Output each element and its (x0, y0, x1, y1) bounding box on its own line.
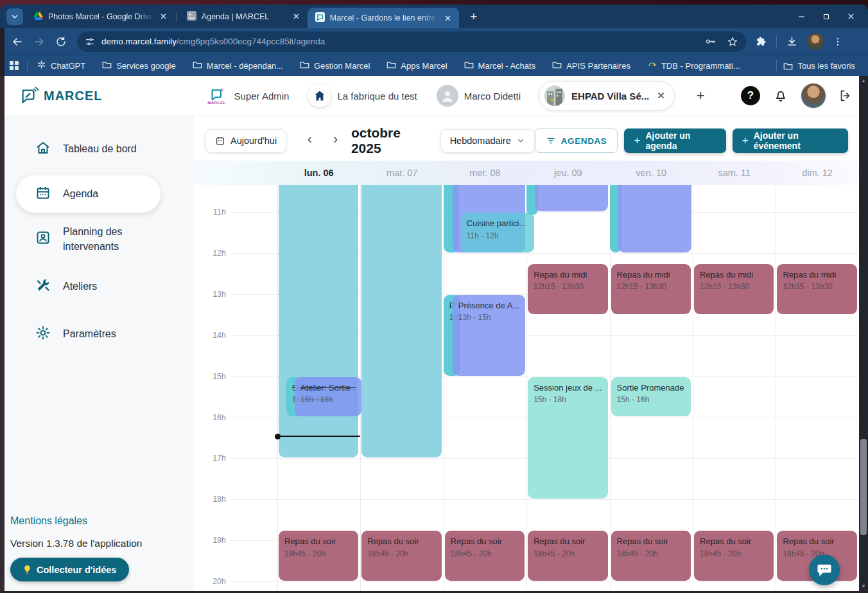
next-week-button[interactable] (327, 135, 345, 147)
legal-link[interactable]: Mentions légales (10, 515, 142, 527)
sidebar-item-ateliers[interactable]: Ateliers (0, 263, 194, 310)
profile-avatar[interactable] (801, 84, 826, 108)
page-scrollbar[interactable]: ▲ ▼ (859, 76, 868, 591)
prev-week-button[interactable] (300, 135, 318, 147)
tab-close-icon[interactable]: ✕ (291, 12, 301, 21)
calendar-event-repas-du-soir[interactable]: Repas du soir18h45 - 20h (528, 531, 607, 581)
calendar-event[interactable] (361, 185, 441, 457)
day-header-1[interactable]: lun. 06 (277, 161, 360, 185)
calendar-event-repas-du-midi[interactable]: Repas du midi12h15 - 13h30 (528, 264, 607, 314)
chat-fab-button[interactable] (809, 554, 840, 585)
address-bar[interactable]: demo.marcel.family/cmg6pq5ks000ecg744pcc… (77, 31, 746, 52)
user-switcher[interactable]: Marco Didetti (437, 85, 521, 107)
chevron-down-icon (516, 136, 525, 145)
scroll-down-arrow[interactable]: ▼ (860, 583, 867, 590)
browser-menu-icon[interactable] (833, 37, 843, 47)
calendar-event-repas-du-soir[interactable]: Repas du soir18h45 - 20h (694, 531, 774, 581)
marcel-logo[interactable]: MARCEL (19, 86, 103, 105)
day-header-7[interactable]: dim. 12 (776, 161, 858, 185)
calendar-event-cuisine-partici[interactable]: Cuisine partici...11h - 12h (461, 213, 534, 252)
bookmark-item-6[interactable]: Marcel - Achats (464, 60, 536, 71)
password-key-icon[interactable] (704, 35, 716, 48)
browser-profile-avatar[interactable] (807, 33, 824, 50)
tab-separator (177, 12, 177, 22)
browser-tab-2[interactable]: Agenda | MARCEL✕ (179, 7, 308, 26)
calendar-event[interactable] (618, 185, 691, 252)
bookmark-item-5[interactable]: Apps Marcel (386, 60, 447, 71)
calendar-event[interactable] (535, 185, 608, 211)
day-header-2[interactable]: mar. 07 (360, 161, 443, 185)
sidebar-item-planning-des-intervenants[interactable]: Planning des intervenants (0, 215, 194, 263)
org-selected-pill[interactable]: EHPAD Villa Sé... ✕ (539, 81, 675, 111)
calendar-event-pr-sence-de-a[interactable]: Présence de A...13h - 15h (453, 295, 525, 376)
role-switcher[interactable]: MARCEL Super Admin (205, 87, 290, 105)
family-switcher[interactable]: La fabrique du test (308, 84, 417, 107)
calendar-event-sortie-promenade[interactable]: Sortie Promenade15h - 16h (611, 377, 691, 417)
view-select[interactable]: Hebdomadaire (440, 129, 535, 153)
reload-button[interactable] (50, 31, 72, 53)
bookmark-all-favorites[interactable]: Tous les favoris (783, 61, 855, 71)
bookmark-item-3[interactable]: Marcel - dépendan... (193, 60, 283, 71)
calendar-event-atelier-sortie[interactable]: Atelier: Sortie ...15h - 16h (295, 377, 361, 417)
bookmark-item-2[interactable]: Services google (102, 60, 176, 71)
logout-icon[interactable] (838, 89, 853, 103)
tab-search-button[interactable] (6, 8, 23, 25)
bookmark-item-8[interactable]: TDB - Programmati... (647, 60, 740, 71)
add-event-button[interactable]: +Ajouter un événement (733, 128, 848, 153)
idea-collector-button[interactable]: Collecteur d'idées (10, 558, 129, 581)
browser-tab-1[interactable]: Photos Marcel - Google Drive✕ (26, 7, 175, 26)
tab-title: Agenda | MARCEL (202, 12, 286, 21)
agendas-filter-button[interactable]: AGENDAS (535, 128, 618, 153)
calendar-event-session-jeux-de[interactable]: Session jeux de ...15h - 18h (528, 377, 607, 499)
tab-close-icon[interactable]: ✕ (443, 13, 453, 23)
maximize-button[interactable] (822, 13, 830, 21)
today-button[interactable]: Aujourd'hui (205, 129, 286, 153)
day-header-4[interactable]: jeu. 09 (526, 161, 609, 185)
bookmark-label: Marcel - Achats (478, 61, 536, 71)
downloads-icon[interactable] (786, 35, 798, 48)
back-button[interactable] (6, 31, 28, 53)
new-tab-button[interactable]: + (465, 10, 482, 24)
sidebar-item-tableau-de-bord[interactable]: Tableau de bord (0, 125, 194, 173)
apps-grid-icon[interactable] (9, 60, 19, 71)
calendar-event-repas-du-soir[interactable]: Repas du soir18h45 - 20h (361, 531, 441, 581)
bookmark-star-icon[interactable] (727, 36, 738, 48)
browser-tab-3[interactable]: Marcel - Gardons le lien entre a✕ (308, 8, 459, 28)
forward-button[interactable] (28, 31, 50, 53)
calendar-event-repas-du-midi[interactable]: Repas du midi12h15 - 13h30 (611, 264, 691, 314)
bookmark-label: APIS Partenaires (566, 61, 630, 71)
marcel-mini-logo-icon: MARCEL (205, 87, 229, 105)
sidebar-item-param-tres[interactable]: Paramètres (0, 310, 194, 358)
add-context-button[interactable]: + (697, 87, 705, 104)
event-title: Repas du soir (783, 535, 851, 548)
calendar-event-repas-du-soir[interactable]: Repas du soir18h45 - 20h (445, 531, 525, 581)
extensions-icon[interactable] (755, 35, 767, 48)
event-title: Repas du soir (367, 535, 435, 548)
calendar-event-repas-du-midi[interactable]: Repas du midi12h15 - 13h30 (777, 264, 856, 314)
calendar-event[interactable] (279, 185, 358, 457)
calendar-event-repas-du-soir[interactable]: Repas du soir18h45 - 20h (279, 531, 358, 581)
bookmark-item-4[interactable]: Gestion Marcel (300, 60, 370, 71)
window-left-edge (0, 28, 4, 593)
sidebar-item-agenda[interactable]: Agenda (16, 175, 161, 213)
day-header-6[interactable]: sam. 11 (693, 161, 776, 185)
home-circle-icon (308, 84, 331, 107)
scrollbar-thumb[interactable] (860, 439, 867, 535)
calendar-event-repas-du-midi[interactable]: Repas du midi12h15 - 13h30 (694, 264, 774, 314)
close-button[interactable] (847, 12, 855, 21)
notifications-bell-icon[interactable] (773, 88, 788, 103)
day-header-3[interactable]: mer. 08 (444, 161, 526, 185)
column-gridline (277, 185, 278, 591)
bookmark-item-1[interactable]: ChatGPT (37, 60, 85, 71)
org-close-icon[interactable]: ✕ (657, 90, 665, 102)
calendar-event-repas-du-soir[interactable]: Repas du soir18h45 - 20h (611, 531, 691, 581)
minimize-button[interactable] (797, 12, 806, 21)
scroll-up-arrow[interactable]: ▲ (860, 77, 867, 85)
divider (27, 60, 28, 71)
tab-close-icon[interactable]: ✕ (159, 12, 168, 21)
help-button[interactable]: ? (741, 86, 760, 105)
bookmark-item-7[interactable]: APIS Partenaires (552, 60, 630, 71)
event-time: 12h15 - 13h30 (617, 281, 685, 292)
day-header-5[interactable]: ven. 10 (610, 161, 693, 185)
add-agenda-button[interactable]: +Ajouter un agenda (624, 128, 725, 153)
